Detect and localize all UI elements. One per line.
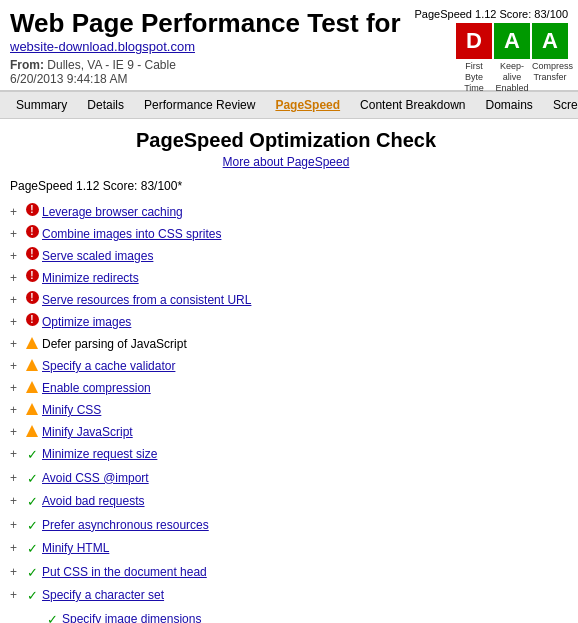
nav-item-details[interactable]: Details: [77, 93, 134, 117]
expander-icon[interactable]: +: [10, 401, 24, 419]
badge-a1: A: [494, 23, 530, 59]
more-about-pagespeed-link[interactable]: More about PageSpeed: [223, 155, 350, 169]
item-link[interactable]: Specify a cache validator: [42, 359, 175, 373]
list-item: +!Defer parsing of JavaScript: [10, 333, 562, 355]
from-value: Dulles, VA - IE 9 - Cable: [47, 58, 176, 72]
list-item: +!Serve scaled images: [10, 245, 562, 267]
item-link[interactable]: Avoid CSS @import: [42, 471, 149, 485]
item-link[interactable]: Avoid bad requests: [42, 494, 145, 508]
list-item: +!Serve resources from a consistent URL: [10, 289, 562, 311]
list-item: +✓Specify a character set: [10, 584, 562, 608]
expander-icon[interactable]: +: [10, 445, 24, 463]
badge-a2: A: [532, 23, 568, 59]
list-item: ✓Specify image dimensions: [10, 608, 562, 624]
item-text: Defer parsing of JavaScript: [42, 335, 187, 353]
list-item: +✓Avoid bad requests: [10, 490, 562, 514]
list-item: +✓Avoid CSS @import: [10, 467, 562, 491]
item-link[interactable]: Put CSS in the document head: [42, 565, 207, 579]
score-line: PageSpeed 1.12 Score: 83/100*: [10, 179, 562, 193]
expander-icon[interactable]: +: [10, 269, 24, 287]
list-item: +!Specify a cache validator: [10, 355, 562, 377]
score-badges: D A A: [456, 23, 568, 59]
badge-label-2: Keep-alive Enabled: [494, 61, 530, 93]
expander-icon[interactable]: +: [10, 539, 24, 557]
expander-icon[interactable]: +: [10, 357, 24, 375]
list-item: +!Minify JavaScript: [10, 421, 562, 443]
red-error-icon: !: [26, 203, 39, 216]
list-item: +!Enable compression: [10, 377, 562, 399]
expander-icon[interactable]: +: [10, 423, 24, 441]
red-error-icon: !: [26, 247, 39, 260]
list-item: +✓Minify HTML: [10, 537, 562, 561]
item-link[interactable]: Leverage browser caching: [42, 205, 183, 219]
red-error-icon: !: [26, 225, 39, 238]
list-item: +!Combine images into CSS sprites: [10, 223, 562, 245]
main-content: PageSpeed Optimization Check More about …: [0, 119, 578, 623]
green-check-icon: ✓: [27, 469, 38, 489]
green-check-icon: ✓: [47, 610, 58, 624]
expander-icon[interactable]: +: [10, 335, 24, 353]
list-item: +!Leverage browser caching: [10, 201, 562, 223]
item-link[interactable]: Minify JavaScript: [42, 425, 133, 439]
badge-label-3: Compress Transfer: [532, 61, 568, 93]
orange-warning-icon: !: [26, 425, 38, 437]
red-error-icon: !: [26, 313, 39, 326]
green-check-icon: ✓: [27, 492, 38, 512]
from-label: From:: [10, 58, 44, 72]
green-check-icon: ✓: [27, 445, 38, 465]
expander-icon[interactable]: +: [10, 563, 24, 581]
item-link[interactable]: Minify CSS: [42, 403, 101, 417]
list-item: +!Minify CSS: [10, 399, 562, 421]
item-link[interactable]: Prefer asynchronous resources: [42, 518, 209, 532]
expander-icon[interactable]: +: [10, 586, 24, 604]
item-link[interactable]: Serve resources from a consistent URL: [42, 293, 251, 307]
expander-icon[interactable]: +: [10, 516, 24, 534]
list-item: +✓Put CSS in the document head: [10, 561, 562, 585]
red-error-icon: !: [26, 269, 39, 282]
list-item: +!Minimize redirects: [10, 267, 562, 289]
pagespeed-score-label: PageSpeed 1.12 Score: 83/100: [414, 8, 568, 20]
expander-icon[interactable]: +: [10, 225, 24, 243]
nav-item-domains[interactable]: Domains: [476, 93, 543, 117]
item-link[interactable]: Specify a character set: [42, 588, 164, 602]
item-link[interactable]: Enable compression: [42, 381, 151, 395]
item-link[interactable]: Combine images into CSS sprites: [42, 227, 221, 241]
list-item: +!Optimize images: [10, 311, 562, 333]
item-link[interactable]: Specify image dimensions: [62, 612, 201, 624]
list-item: +✓Prefer asynchronous resources: [10, 514, 562, 538]
green-check-icon: ✓: [27, 586, 38, 606]
item-link[interactable]: Minimize redirects: [42, 271, 139, 285]
badge-label-1: First Byte Time: [456, 61, 492, 93]
expander-icon[interactable]: +: [10, 379, 24, 397]
item-link[interactable]: Minify HTML: [42, 541, 109, 555]
red-error-icon: !: [26, 291, 39, 304]
page-title: PageSpeed Optimization Check: [10, 129, 562, 152]
green-check-icon: ✓: [27, 516, 38, 536]
nav-item-screen-shot[interactable]: Screen Shot: [543, 93, 578, 117]
green-check-icon: ✓: [27, 563, 38, 583]
nav-item-summary[interactable]: Summary: [6, 93, 77, 117]
expander-icon[interactable]: +: [10, 492, 24, 510]
nav-item-content-breakdown[interactable]: Content Breakdown: [350, 93, 475, 117]
list-item: +✓Minimize request size: [10, 443, 562, 467]
expander-icon[interactable]: +: [10, 247, 24, 265]
expander-icon[interactable]: +: [10, 291, 24, 309]
badge-labels: First Byte Time Keep-alive Enabled Compr…: [456, 61, 568, 93]
item-link[interactable]: Optimize images: [42, 315, 131, 329]
item-link[interactable]: Serve scaled images: [42, 249, 153, 263]
items-list: +!Leverage browser caching+!Combine imag…: [10, 201, 562, 623]
navbar: SummaryDetailsPerformance ReviewPageSpee…: [0, 91, 578, 119]
badge-d: D: [456, 23, 492, 59]
header: Web Page Performance Test for website-do…: [0, 0, 578, 91]
item-link[interactable]: Minimize request size: [42, 447, 157, 461]
green-check-icon: ✓: [27, 539, 38, 559]
expander-icon[interactable]: +: [10, 313, 24, 331]
expander-icon[interactable]: +: [10, 203, 24, 221]
score-area: PageSpeed 1.12 Score: 83/100 D A A First…: [414, 8, 568, 93]
nav-item-pagespeed[interactable]: PageSpeed: [265, 93, 350, 117]
nav-item-performance-review[interactable]: Performance Review: [134, 93, 265, 117]
expander-icon[interactable]: +: [10, 469, 24, 487]
